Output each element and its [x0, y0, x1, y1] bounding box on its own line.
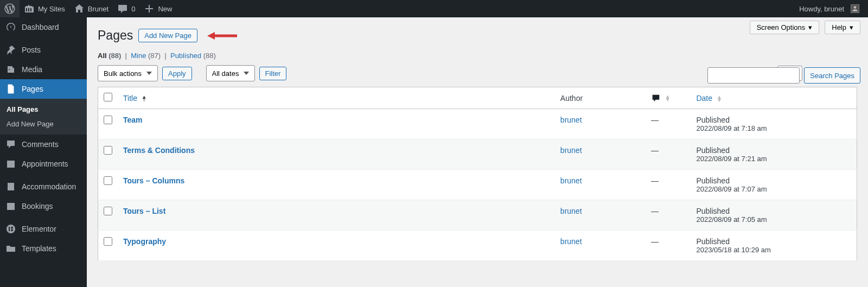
my-account[interactable]: Howdy, brunet — [795, 0, 864, 17]
menu-comments[interactable]: Comments — [0, 135, 87, 154]
row-comments: — — [646, 200, 691, 231]
page-title: Pages — [98, 28, 133, 43]
view-filters: All (88) | Mine (87) | Published (88) — [98, 52, 857, 60]
screen-options-button[interactable]: Screen Options ▾ — [750, 21, 820, 34]
col-title[interactable]: Title ▲▼ — [118, 87, 555, 109]
row-date: 2022/08/09 at 7:05 am — [696, 215, 851, 224]
howdy-text: Howdy, brunet — [799, 5, 844, 13]
row-date: 2022/08/09 at 7:07 am — [696, 185, 851, 193]
search-input[interactable] — [707, 67, 800, 84]
select-all-checkbox[interactable] — [104, 93, 112, 101]
row-title-link[interactable]: Tours – List — [123, 207, 165, 215]
submenu-pages: All Pages Add New Page — [0, 99, 87, 135]
row-author-link[interactable]: brunet — [560, 116, 582, 124]
comment-count: 0 — [131, 5, 135, 13]
menu-pages-label: Pages — [22, 85, 43, 93]
menu-posts-label: Posts — [22, 46, 41, 54]
building-icon — [5, 181, 16, 192]
new-content[interactable]: New — [139, 0, 176, 17]
search-button[interactable]: Search Pages — [804, 67, 860, 84]
menu-bookings[interactable]: Bookings — [0, 196, 87, 216]
row-checkbox[interactable] — [104, 176, 112, 185]
row-comments: — — [646, 109, 691, 139]
table-row: Tours – Columnsbrunet—Published2022/08/0… — [98, 170, 857, 200]
menu-elementor-label: Elementor — [22, 225, 56, 233]
row-status: Published — [696, 237, 851, 246]
calendar-icon — [5, 201, 16, 212]
admin-menu: Dashboard Posts Media Pages All Pages Ad… — [0, 17, 87, 287]
date-filter-select[interactable]: All dates — [206, 65, 255, 81]
svg-marker-7 — [207, 32, 215, 40]
sort-icon: ▲▼ — [142, 95, 147, 102]
row-checkbox[interactable] — [104, 237, 112, 246]
table-row: Terms & Conditionsbrunet—Published2022/0… — [98, 139, 857, 170]
row-checkbox[interactable] — [104, 146, 112, 155]
row-author-link[interactable]: brunet — [560, 176, 582, 185]
col-date[interactable]: Date ▲▼ — [691, 87, 857, 109]
row-author-link[interactable]: brunet — [560, 207, 582, 215]
help-label: Help — [832, 23, 846, 31]
svg-rect-3 — [11, 227, 13, 228]
menu-bookings-label: Bookings — [22, 202, 53, 211]
submenu-add-new-page[interactable]: Add New Page — [0, 117, 87, 131]
apply-button[interactable]: Apply — [162, 67, 192, 80]
filter-mine[interactable]: Mine (87) — [131, 52, 161, 60]
filter-all[interactable]: All (88) — [98, 52, 121, 60]
row-status: Published — [696, 146, 851, 155]
row-author-link[interactable]: brunet — [560, 146, 582, 155]
calendar-icon — [5, 158, 16, 169]
svg-rect-5 — [11, 230, 13, 231]
add-new-page-button[interactable]: Add New Page — [138, 29, 197, 42]
comments-bubble[interactable]: 0 — [113, 0, 139, 17]
row-author-link[interactable]: brunet — [560, 237, 582, 246]
sort-icon: ▲▼ — [717, 95, 722, 102]
row-date: 2022/08/09 at 7:18 am — [696, 124, 851, 132]
table-row: Tours – Listbrunet—Published2022/08/09 a… — [98, 200, 857, 231]
my-sites-label: My Sites — [38, 5, 65, 13]
row-status: Published — [696, 176, 851, 185]
filter-published[interactable]: Published (88) — [170, 52, 216, 60]
menu-dashboard[interactable]: Dashboard — [0, 17, 87, 37]
menu-appointments[interactable]: Appointments — [0, 154, 87, 174]
row-title-link[interactable]: Tours – Columns — [123, 176, 184, 185]
row-checkbox[interactable] — [104, 116, 112, 124]
filter-button[interactable]: Filter — [259, 67, 287, 80]
row-checkbox[interactable] — [104, 207, 112, 215]
row-title-link[interactable]: Team — [123, 116, 143, 124]
menu-media-label: Media — [22, 65, 42, 74]
comment-icon — [651, 93, 661, 103]
menu-elementor[interactable]: Elementor — [0, 219, 87, 239]
submenu-all-pages[interactable]: All Pages — [0, 102, 87, 117]
site-name[interactable]: Brunet — [69, 0, 113, 17]
menu-accommodation[interactable]: Accommodation — [0, 177, 87, 196]
chevron-down-icon: ▾ — [850, 23, 853, 31]
bulk-actions-select[interactable]: Bulk actions — [98, 65, 158, 81]
row-title-link[interactable]: Terms & Conditions — [123, 146, 195, 155]
svg-point-0 — [854, 6, 857, 9]
col-comments[interactable]: ▲▼ — [646, 87, 691, 109]
network-icon — [24, 3, 35, 14]
help-button[interactable]: Help ▾ — [825, 21, 860, 34]
menu-dashboard-label: Dashboard — [22, 23, 59, 31]
screen-options-label: Screen Options — [757, 23, 806, 31]
menu-media[interactable]: Media — [0, 60, 87, 79]
col-author: Author — [555, 87, 646, 109]
row-status: Published — [696, 116, 851, 124]
row-comments: — — [646, 170, 691, 200]
content-area: Screen Options ▾ Help ▾ Pages Add New Pa… — [87, 17, 868, 287]
row-title-link[interactable]: Typography — [123, 237, 166, 246]
svg-rect-2 — [9, 227, 10, 231]
row-date: 2023/05/18 at 10:29 am — [696, 246, 851, 254]
wp-logo[interactable] — [0, 0, 20, 17]
my-sites[interactable]: My Sites — [20, 0, 69, 17]
site-name-label: Brunet — [88, 5, 108, 13]
menu-posts[interactable]: Posts — [0, 40, 87, 60]
media-icon — [5, 64, 16, 75]
menu-templates[interactable]: Templates — [0, 239, 87, 258]
dashboard-icon — [5, 22, 16, 33]
menu-pages[interactable]: Pages — [0, 79, 87, 99]
menu-templates-label: Templates — [22, 244, 56, 253]
comment-icon — [5, 139, 16, 150]
menu-appointments-label: Appointments — [22, 160, 68, 168]
avatar — [851, 4, 859, 13]
